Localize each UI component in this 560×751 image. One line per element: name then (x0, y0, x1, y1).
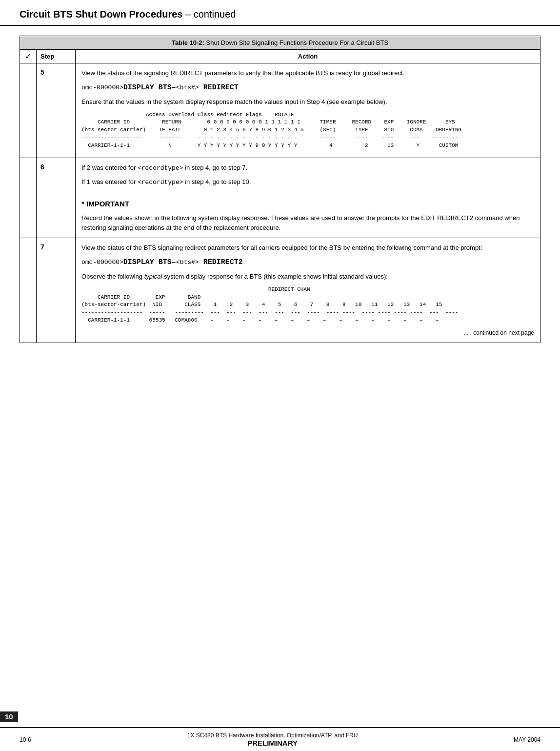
recordtype-ref1: <recordtype> (138, 164, 183, 172)
step-cell-7: 7 (37, 238, 76, 343)
page: Circuit BTS Shut Down Procedures – conti… (0, 0, 560, 751)
continued-text: . . . continued on next page (81, 328, 534, 338)
footer-prelim: PRELIMINARY (31, 739, 514, 747)
footer-center-line1: 1X SC480 BTS Hardware Installation, Opti… (31, 732, 514, 739)
step5-cmd: omc-000000>DISPLAY BTS–<bts#> REDIRECT (81, 82, 534, 93)
step6-para2: If 1 was entered for <recordtype> in ste… (81, 177, 534, 187)
step5-para1: View the status of the signaling REDIREC… (81, 68, 534, 78)
step-col-header: Step (37, 50, 76, 63)
action-col-header: Action (76, 50, 540, 63)
table-row-5: 5 View the status of the signaling REDIR… (20, 63, 540, 158)
step-cell-5: 5 (37, 63, 76, 158)
cmd2-bold: DISPLAY BTS– (123, 258, 176, 266)
typical-italic: typical (144, 273, 162, 280)
cmd2-pre: omc-000000> (81, 259, 123, 266)
table-row-6: 6 If 2 was entered for <recordtype> in s… (20, 158, 540, 193)
page-footer: 10-6 1X SC480 BTS Hardware Installation,… (0, 727, 560, 751)
cmd1-pre: omc-000000> (81, 84, 123, 91)
table-row-7: 7 View the status of the BTS signaling r… (20, 238, 540, 343)
cmd2-post: <bts#> (176, 259, 199, 266)
footer-left: 10-6 (20, 736, 31, 743)
check-cell-6 (20, 158, 37, 192)
table-title-rest: Shut Down Site Signaling Functions Proce… (204, 39, 388, 46)
cmd1-bold: DISPLAY BTS– (123, 83, 176, 92)
step6-para1: If 2 was entered for <recordtype> in ste… (81, 163, 534, 173)
check-col-header: ✓ (20, 50, 37, 63)
table-row-important: * IMPORTANT Record the values shown in t… (20, 193, 540, 239)
step-cell-important (37, 193, 76, 238)
important-label: * IMPORTANT (81, 198, 534, 209)
important-text: Record the values shown in the following… (81, 213, 534, 233)
code-block-2: REDIRECT CHAN CARRIER ID EXP BAND (bts-s… (81, 286, 534, 325)
cmd1-post: <bts#> (176, 84, 199, 91)
table-title: Table 10-2: Shut Down Site Signaling Fun… (20, 36, 540, 50)
recordtype-ref2: <recordtype> (138, 179, 183, 186)
step5-para2: Ensure that the values in the system dis… (81, 97, 534, 107)
check-cell-5 (20, 63, 37, 158)
table-title-bold: Table 10-2: (172, 39, 204, 46)
action-cell-5: View the status of the signaling REDIREC… (76, 63, 540, 158)
page-title: Circuit BTS Shut Down Procedures – conti… (20, 9, 236, 20)
step-cell-6: 6 (37, 158, 76, 192)
code-block-1: Access Overload Class Redirect Flags ROT… (81, 111, 534, 150)
main-table: Table 10-2: Shut Down Site Signaling Fun… (20, 36, 540, 343)
page-header: Circuit BTS Shut Down Procedures – conti… (0, 0, 560, 26)
table-header-row: ✓ Step Action (20, 50, 540, 63)
check-cell-7 (20, 238, 37, 343)
cmd1-keyword: REDIRECT (199, 83, 239, 92)
main-content: Table 10-2: Shut Down Site Signaling Fun… (0, 26, 560, 343)
step7-cmd: omc-000000>DISPLAY BTS–<bts#> REDIRECT2 (81, 257, 534, 268)
page-number-box: 10 (0, 711, 18, 722)
check-cell-important (20, 193, 37, 238)
footer-center: 1X SC480 BTS Hardware Installation, Opti… (31, 732, 514, 747)
step7-para2: Observe the following typical system dis… (81, 272, 534, 282)
cmd2-keyword: REDIRECT2 (199, 258, 243, 266)
step7-para1: View the status of the BTS signaling red… (81, 243, 534, 253)
action-cell-7: View the status of the BTS signaling red… (76, 238, 540, 343)
action-cell-6: If 2 was entered for <recordtype> in ste… (76, 158, 540, 192)
footer-right: MAY 2004 (514, 736, 540, 743)
action-cell-important: * IMPORTANT Record the values shown in t… (76, 193, 540, 238)
